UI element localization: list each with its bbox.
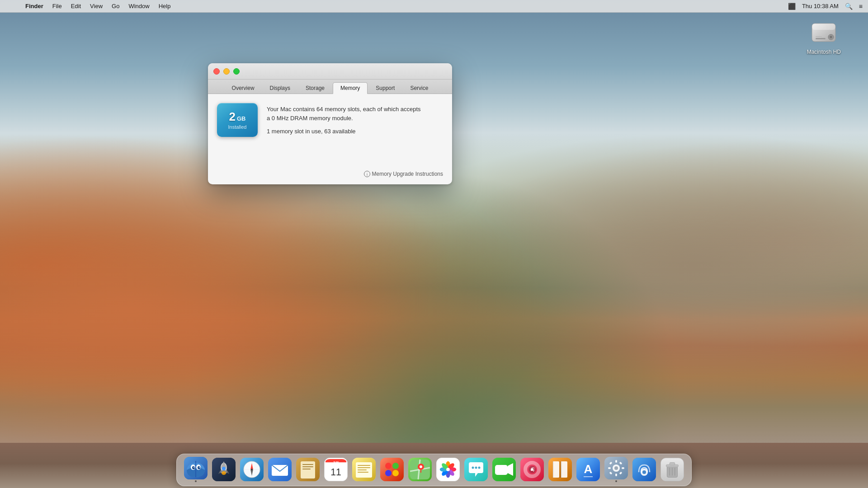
memory-badge-installed: Installed [228,124,247,130]
svg-point-15 [199,467,200,468]
dock-item-appstore[interactable]: A [576,457,601,482]
dock-item-notes[interactable] [351,457,377,482]
svg-text:i: i [367,172,368,177]
memory-section: 2 GB Installed Your Mac contains 64 memo… [217,103,443,137]
macintosh-hd-icon[interactable]: Macintosh HD [807,18,841,55]
dock-item-photos[interactable] [435,457,461,482]
svg-rect-88 [553,461,554,478]
airdrop-dock-icon [632,458,656,481]
memory-size-unit: GB [237,115,246,122]
dock-item-maps[interactable] [407,457,433,482]
svg-point-32 [251,469,253,470]
window-maximize-button[interactable] [233,68,240,75]
dock-item-calendar[interactable]: JUN 11 [323,457,349,482]
maps-dock-icon [408,458,432,481]
svg-point-57 [392,470,399,476]
window-titlebar [208,63,452,80]
svg-point-55 [392,463,399,469]
svg-point-76 [478,467,481,469]
svg-point-54 [385,463,392,469]
menubar-finder[interactable]: Finder [21,2,48,10]
memory-badge: 2 GB Installed [217,103,258,137]
svg-rect-97 [615,460,617,463]
svg-point-23 [222,467,226,470]
window-minimize-button[interactable] [223,68,230,75]
dock-item-mail[interactable] [267,457,292,482]
menubar-go[interactable]: Go [107,2,124,10]
dock: JUN 11 [176,454,692,486]
svg-rect-52 [358,472,368,473]
dock-sysprefs-dot [615,480,617,482]
svg-rect-51 [358,469,367,470]
ibooks-dock-icon [548,458,572,481]
svg-rect-78 [495,465,508,475]
photos-dock-icon [436,458,460,481]
memory-info: Your Mac contains 64 memory slots, each … [267,103,443,135]
memory-upgrade-link[interactable]: i Memory Upgrade Instructions [364,171,443,177]
facetime-dock-icon [492,458,516,481]
messages-dock-icon [464,458,488,481]
dock-item-notefile[interactable] [295,457,321,482]
svg-text:11: 11 [330,467,341,477]
macintosh-hd-label: Macintosh HD [807,49,841,55]
window-footer: i Memory Upgrade Instructions [208,166,452,184]
safari-dock-icon [240,458,264,481]
dock-item-finder[interactable] [183,457,208,482]
spotlight-icon[interactable]: 🔍 [845,3,853,10]
svg-point-61 [420,465,422,468]
tab-support[interactable]: Support [368,82,402,94]
window-content: 2 GB Installed Your Mac contains 64 memo… [208,94,452,166]
menubar: Finder File Edit View Go Window Help ⬛ T… [0,0,868,13]
svg-rect-89 [560,461,561,478]
window-close-button[interactable] [213,68,220,75]
svg-point-72 [446,468,450,471]
menubar-edit[interactable]: Edit [66,2,85,10]
notefile-dock-icon [296,458,320,481]
menubar-window[interactable]: Window [124,2,154,10]
tab-memory[interactable]: Memory [333,82,368,94]
svg-point-107 [642,470,646,474]
trash-dock-icon [660,458,684,481]
dock-item-music[interactable]: ♫ [519,457,545,482]
dock-item-launchpad[interactable] [211,457,236,482]
mail-dock-icon [268,458,292,481]
calendar-dock-icon: JUN 11 [324,458,348,481]
appstore-dock-icon: A [576,458,600,481]
svg-rect-111 [670,463,675,465]
dock-item-ibooks[interactable] [547,457,573,482]
svg-text:JUN: JUN [333,461,339,464]
launchpad-dock-icon [212,458,236,481]
dock-item-safari[interactable] [239,457,264,482]
menubar-datetime: Thu 10:38 AM [802,3,839,9]
dock-item-airdrop[interactable] [632,457,657,482]
svg-point-96 [614,466,618,470]
memory-size-number: 2 [229,110,236,123]
svg-rect-4 [816,38,826,39]
dock-item-sysprefs[interactable] [604,457,629,482]
svg-point-14 [193,467,194,468]
svg-text:A: A [584,462,593,476]
menubar-help[interactable]: Help [154,2,175,10]
tab-displays[interactable]: Displays [263,82,297,94]
svg-rect-98 [615,474,617,476]
tab-service[interactable]: Service [403,82,435,94]
svg-rect-49 [358,465,370,466]
tab-storage[interactable]: Storage [298,82,332,94]
tab-bar: Overview Displays Storage Memory Support… [208,80,452,94]
menubar-file[interactable]: File [48,2,66,10]
dock-finder-dot [195,480,197,482]
colorui-dock-icon [380,458,404,481]
notification-center-icon[interactable]: ≡ [859,3,863,10]
dock-item-trash[interactable] [660,457,685,482]
tab-overview[interactable]: Overview [225,82,262,94]
dock-item-messages[interactable] [463,457,489,482]
dock-item-colorui[interactable] [379,457,405,482]
svg-rect-53 [380,458,404,481]
hd-drive-image [809,18,838,47]
dock-item-facetime[interactable] [491,457,517,482]
apple-menu[interactable] [5,5,14,7]
screen-mirroring-icon[interactable]: ⬛ [788,3,796,10]
svg-rect-1 [812,23,835,30]
menubar-view[interactable]: View [85,2,107,10]
hd-drive-svg [809,18,838,47]
